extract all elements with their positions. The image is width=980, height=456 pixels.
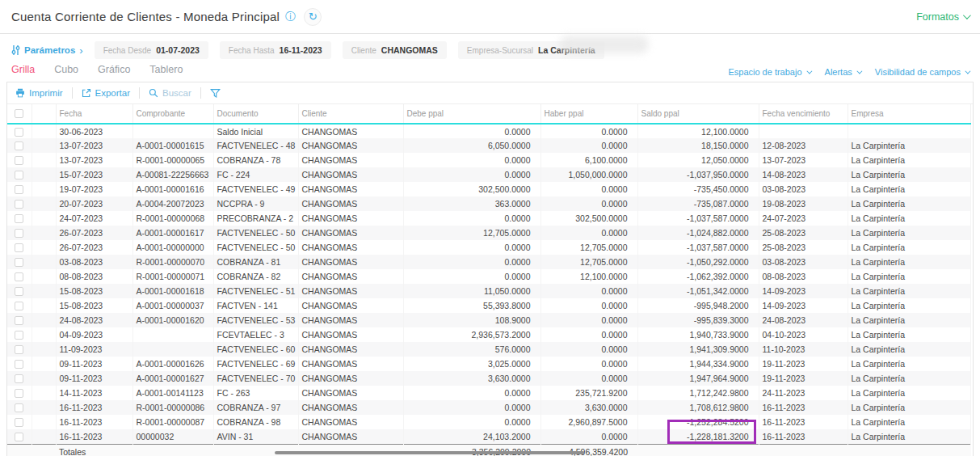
row-checkbox[interactable] xyxy=(15,156,23,165)
row-checkbox[interactable] xyxy=(15,243,23,252)
row-checkbox[interactable] xyxy=(15,141,23,150)
tab-gráfico[interactable]: Gráfico xyxy=(98,64,130,77)
cell-empresa: La Carpintería xyxy=(848,211,971,226)
column-header-documento[interactable]: Documento xyxy=(213,104,298,124)
spacer-cell xyxy=(32,371,56,386)
row-checkbox[interactable] xyxy=(15,374,23,383)
info-icon[interactable]: ⓘ xyxy=(285,10,296,24)
cell-haber-ppal: 2,960,897.5000 xyxy=(540,415,637,429)
row-checkbox[interactable] xyxy=(15,331,23,340)
cell-fecha: 24-07-2023 xyxy=(56,211,132,226)
horizontal-scrollbar-thumb[interactable] xyxy=(275,451,584,454)
cell-documento: COBRANZA - 97 xyxy=(213,400,298,415)
tab-cubo[interactable]: Cubo xyxy=(54,64,78,77)
cell-empresa: La Carpintería xyxy=(848,313,971,327)
link-alertas[interactable]: Alertas xyxy=(825,67,860,77)
row-checkbox-cell xyxy=(7,371,32,386)
cell-comprobante: A-0001-00001618 xyxy=(132,284,213,298)
column-header-fecha-vencimiento[interactable]: Fecha vencimiento xyxy=(759,104,848,124)
totals-label: Totales xyxy=(56,444,132,456)
row-checkbox-cell xyxy=(7,284,32,298)
row-checkbox[interactable] xyxy=(15,272,23,281)
row-checkbox[interactable] xyxy=(15,403,23,412)
column-header-saldo-ppal[interactable]: Saldo ppal xyxy=(637,104,759,124)
accounts-table: FechaComprobanteDocumentoClienteDebe ppa… xyxy=(7,104,971,456)
cell-haber-ppal: 0.0000 xyxy=(540,138,637,153)
cell-fecha-vencimiento: 14-09-2023 xyxy=(759,284,848,298)
cell-fecha: 20-07-2023 xyxy=(56,196,132,211)
row-checkbox[interactable] xyxy=(15,214,23,223)
column-header-fecha[interactable]: Fecha xyxy=(56,104,132,124)
column-header-cliente[interactable]: Cliente xyxy=(298,104,403,124)
cell-comprobante: A-0001-00001620 xyxy=(132,313,213,327)
select-all-checkbox-cell xyxy=(7,104,32,124)
cell-debe-ppal: 55,393.8000 xyxy=(403,298,540,313)
cell-documento: FACTVENELEC - 70 xyxy=(213,371,298,386)
cell-empresa: La Carpintería xyxy=(848,182,971,196)
row-checkbox[interactable] xyxy=(15,316,23,325)
column-header-empresa[interactable]: Empresa xyxy=(848,104,971,124)
spacer-cell xyxy=(32,327,56,342)
spacer-cell xyxy=(32,255,56,269)
exportar-button[interactable]: Exportar xyxy=(82,88,130,98)
row-checkbox[interactable] xyxy=(15,200,23,209)
spacer-cell xyxy=(32,124,56,138)
cell-fecha: 11-09-2023 xyxy=(56,342,132,357)
row-checkbox[interactable] xyxy=(15,433,23,441)
cell-cliente: CHANGOMAS xyxy=(298,240,403,255)
row-checkbox[interactable] xyxy=(15,128,23,137)
grid-toolbar: Imprimir Exportar Buscar xyxy=(7,82,973,104)
select-all-checkbox[interactable] xyxy=(15,109,23,118)
row-checkbox[interactable] xyxy=(15,229,23,238)
column-header-haber-ppal[interactable]: Haber ppal xyxy=(540,104,637,124)
cell-fecha: 16-11-2023 xyxy=(56,415,132,429)
cell-documento: Saldo Inicial xyxy=(213,124,298,138)
table-row: 13-07-2023R-0001-00000065COBRANZA - 78CH… xyxy=(7,153,971,167)
buscar-button[interactable]: Buscar xyxy=(149,88,191,98)
row-checkbox[interactable] xyxy=(15,345,23,354)
cell-saldo-ppal: -1,024,882.0000 xyxy=(637,226,759,240)
refresh-button[interactable]: ↻ xyxy=(304,8,322,26)
cell-haber-ppal: 0.0000 xyxy=(540,226,637,240)
cell-cliente: CHANGOMAS xyxy=(298,342,403,357)
row-checkbox[interactable] xyxy=(15,360,23,369)
imprimir-button[interactable]: Imprimir xyxy=(15,88,63,98)
row-checkbox[interactable] xyxy=(15,185,23,194)
cell-haber-ppal: 6,100.0000 xyxy=(540,153,637,167)
column-header-comprobante[interactable]: Comprobante xyxy=(132,104,213,124)
parameter-pill[interactable]: Fecha Hasta 16-11-2023 xyxy=(220,41,331,59)
row-checkbox[interactable] xyxy=(15,418,23,427)
tab-tablero[interactable]: Tablero xyxy=(149,64,183,77)
cell-fecha: 13-07-2023 xyxy=(56,138,132,153)
formatos-dropdown[interactable]: Formatos xyxy=(916,11,969,23)
cell-documento: PRECOBRANZA - 2 xyxy=(213,211,298,226)
row-checkbox[interactable] xyxy=(15,287,23,296)
column-header-debe-ppal[interactable]: Debe ppal xyxy=(403,104,540,124)
cell-cliente: CHANGOMAS xyxy=(298,371,403,386)
cell-debe-ppal: 363.0000 xyxy=(403,196,540,211)
row-checkbox[interactable] xyxy=(15,171,23,179)
parametros-toggle[interactable]: Parámetros › xyxy=(11,44,83,57)
top-bar: Cuenta Corriente de Clientes - Moneda Pr… xyxy=(0,0,980,34)
parameters-bar: Parámetros › Fecha Desde 01-07-2023Fecha… xyxy=(0,34,980,64)
row-checkbox[interactable] xyxy=(15,258,23,267)
filter-button[interactable] xyxy=(210,88,221,99)
cell-haber-ppal: 0.0000 xyxy=(540,313,637,327)
cell-fecha: 14-11-2023 xyxy=(56,386,132,400)
cell-documento: FACTVENELEC - 69 xyxy=(213,357,298,371)
row-checkbox[interactable] xyxy=(15,389,23,398)
tab-grilla[interactable]: Grilla xyxy=(11,64,35,77)
parameter-pill[interactable]: Fecha Desde 01-07-2023 xyxy=(95,41,208,59)
cell-documento: FACTVEN - 141 xyxy=(213,298,298,313)
link-visibilidad-de-campos[interactable]: Visibilidad de campos xyxy=(875,67,969,77)
spacer-cell xyxy=(32,240,56,255)
table-row: 15-08-2023A-0001-00000037FACTVEN - 141CH… xyxy=(7,298,971,313)
cell-saldo-ppal: -735,087.0000 xyxy=(637,196,759,211)
parameter-pill[interactable]: Cliente CHANGOMAS xyxy=(343,41,447,59)
cell-haber-ppal: 0.0000 xyxy=(540,429,637,444)
row-checkbox[interactable] xyxy=(15,302,23,310)
link-espacio-de-trabajo[interactable]: Espacio de trabajo xyxy=(728,67,810,77)
table-row: 09-11-2023A-0001-00001626FACTVENELEC - 6… xyxy=(7,357,971,371)
cell-documento: COBRANZA - 81 xyxy=(213,255,298,269)
chevron-down-icon xyxy=(856,68,862,74)
